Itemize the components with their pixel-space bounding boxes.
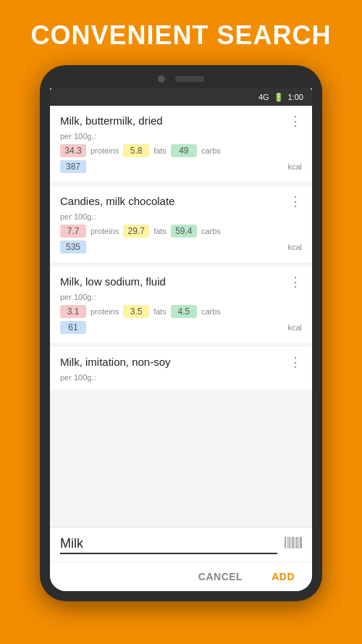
svg-rect-0 xyxy=(285,537,286,548)
food-card-header: Milk, low sodium, fluid ⋮ xyxy=(60,275,302,288)
status-bar: 4G 🔋 1:00 xyxy=(50,88,312,106)
fat-value: 29.7 xyxy=(123,225,149,238)
carbs-label: carbs xyxy=(197,227,225,235)
cancel-button[interactable]: CANCEL xyxy=(193,568,248,585)
page-title: CONVENIENT SEARCH xyxy=(16,0,345,65)
food-card: Milk, buttermilk, dried ⋮ per 100g.: 34.… xyxy=(50,106,312,182)
phone-screen: 4G 🔋 1:00 Milk, buttermilk, dried ⋮ per … xyxy=(50,88,312,591)
more-options-icon[interactable]: ⋮ xyxy=(283,114,302,127)
food-card: Candies, milk chocolate ⋮ per 100g.: 7.7… xyxy=(50,186,312,262)
fats-label: fats xyxy=(149,146,171,155)
more-options-icon[interactable]: ⋮ xyxy=(283,275,302,288)
fats-label: fats xyxy=(149,227,171,235)
svg-rect-8 xyxy=(300,537,302,548)
per-label: per 100g.: xyxy=(60,212,302,221)
kcal-row: 61 kcal xyxy=(60,321,302,334)
phone-frame: 4G 🔋 1:00 Milk, buttermilk, dried ⋮ per … xyxy=(40,65,322,601)
svg-rect-5 xyxy=(295,537,295,548)
signal-indicator: 4G xyxy=(258,93,269,101)
more-options-icon[interactable]: ⋮ xyxy=(283,195,302,208)
food-card-header: Candies, milk chocolate ⋮ xyxy=(60,195,302,208)
add-button[interactable]: ADD xyxy=(266,568,300,585)
fat-value: 5.8 xyxy=(123,144,149,157)
food-name: Milk, low sodium, fluid xyxy=(60,275,283,288)
phone-speaker xyxy=(175,76,204,82)
kcal-value: 387 xyxy=(60,160,86,173)
svg-rect-6 xyxy=(296,537,298,548)
carbs-value: 49 xyxy=(171,144,197,157)
nutrition-row: 7.7 proteins 29.7 fats 59.4 carbs xyxy=(60,225,302,238)
food-card: Milk, low sodium, fluid ⋮ per 100g.: 3.1… xyxy=(50,267,312,343)
kcal-label: kcal xyxy=(287,243,302,251)
food-card-header: Milk, buttermilk, dried ⋮ xyxy=(60,114,302,127)
kcal-row: 535 kcal xyxy=(60,241,302,254)
kcal-label: kcal xyxy=(287,323,302,332)
svg-rect-4 xyxy=(292,537,295,548)
kcal-value: 61 xyxy=(60,321,86,334)
fat-value: 3.5 xyxy=(123,305,149,318)
phone-top-bar xyxy=(50,75,312,83)
more-options-icon[interactable]: ⋮ xyxy=(283,356,302,369)
action-bar: CANCEL ADD xyxy=(50,561,312,591)
clock: 1:00 xyxy=(288,93,303,101)
nutrition-row: 34.3 proteins 5.8 fats 49 carbs xyxy=(60,144,302,157)
svg-rect-3 xyxy=(291,537,292,548)
food-name: Milk, buttermilk, dried xyxy=(60,114,283,127)
food-list: Milk, buttermilk, dried ⋮ per 100g.: 34.… xyxy=(50,106,312,527)
carbs-label: carbs xyxy=(197,146,225,155)
carbs-value: 4.5 xyxy=(171,305,197,318)
search-input[interactable] xyxy=(60,535,277,554)
kcal-value: 535 xyxy=(60,241,86,254)
proteins-label: proteins xyxy=(86,227,123,235)
food-card-header: Milk, imitation, non-soy ⋮ xyxy=(60,356,302,369)
barcode-icon[interactable] xyxy=(285,535,302,554)
carbs-value: 59.4 xyxy=(171,225,197,238)
food-name: Milk, imitation, non-soy xyxy=(60,356,283,368)
proteins-label: proteins xyxy=(86,146,123,155)
protein-value: 3.1 xyxy=(60,305,86,318)
search-bar xyxy=(50,527,312,561)
carbs-label: carbs xyxy=(197,307,225,316)
food-card: Milk, imitation, non-soy ⋮ per 100g.: xyxy=(50,347,312,390)
svg-rect-7 xyxy=(298,537,299,548)
protein-value: 34.3 xyxy=(60,144,86,157)
svg-rect-2 xyxy=(289,537,290,548)
per-label: per 100g.: xyxy=(60,132,302,141)
battery-icon: 🔋 xyxy=(274,93,284,102)
proteins-label: proteins xyxy=(86,307,123,316)
front-camera xyxy=(158,75,165,83)
per-label: per 100g.: xyxy=(60,373,302,382)
nutrition-row: 3.1 proteins 3.5 fats 4.5 carbs xyxy=(60,305,302,318)
food-name: Candies, milk chocolate xyxy=(60,195,283,207)
per-label: per 100g.: xyxy=(60,293,302,301)
kcal-row: 387 kcal xyxy=(60,160,302,173)
protein-value: 7.7 xyxy=(60,225,86,238)
kcal-label: kcal xyxy=(287,162,302,171)
svg-rect-1 xyxy=(287,537,288,548)
fats-label: fats xyxy=(149,307,171,316)
